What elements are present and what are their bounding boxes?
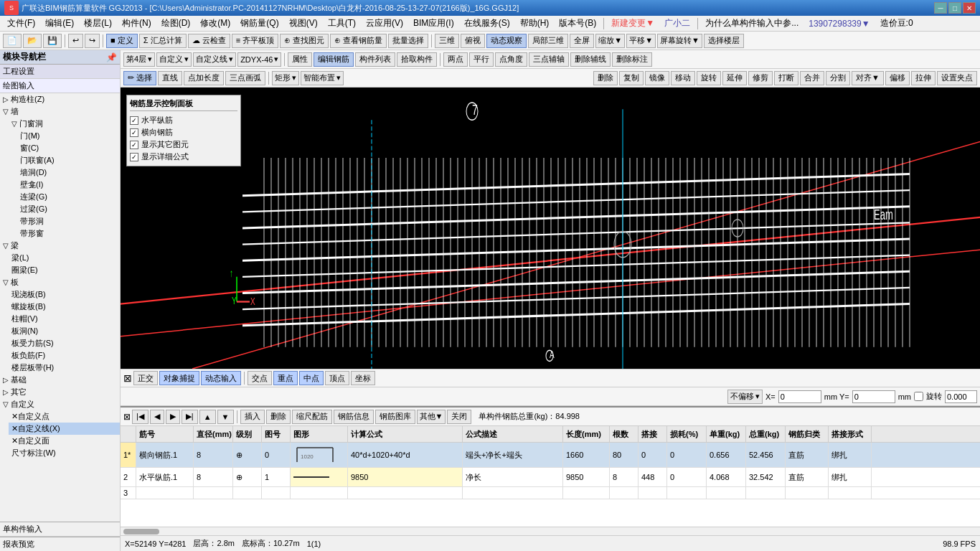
footer-single-component[interactable]: 单构件输入 [0, 522, 120, 537]
tree-menlianchuang[interactable]: 门联窗(A) [17, 154, 120, 166]
btn-rebar-lib[interactable]: 钢筋图库 [375, 410, 415, 424]
menu-tools[interactable]: 工具(T) [324, 16, 360, 31]
tree-jichu[interactable]: ▷基础 [0, 374, 120, 386]
rotate-checkbox[interactable] [914, 392, 923, 401]
rotate-input[interactable] [945, 390, 977, 403]
tree-zidingyi-xian[interactable]: ✕ 自定义线(X) [9, 423, 120, 435]
tree-qiangdong[interactable]: 墙洞(D) [17, 166, 120, 179]
tree-daix-dong[interactable]: 带形洞 [17, 215, 120, 227]
tree-menchuangdong[interactable]: ▽门窗洞 [9, 118, 120, 130]
float-item-other[interactable]: ✓ 显示其它图元 [130, 138, 237, 151]
btn-print[interactable]: 打断 [774, 71, 798, 85]
btn-insert-row[interactable]: 插入 [240, 410, 265, 424]
tree-zidingyi[interactable]: ▽自定义 [0, 398, 120, 410]
menu-help[interactable]: 帮助(H) [516, 16, 554, 31]
menu-edit[interactable]: 编辑(E) [41, 16, 78, 31]
y-input[interactable] [852, 390, 895, 403]
cb-hz[interactable]: ✓ [130, 116, 138, 125]
btn-mirror[interactable]: 镜像 [645, 71, 669, 85]
btn-offset[interactable]: 偏移 [885, 71, 910, 85]
menu-phone[interactable]: 13907298339▼ [804, 17, 874, 30]
menu-new-change[interactable]: 新建变更▼ [607, 16, 659, 31]
btn-merge[interactable]: 合并 [800, 71, 824, 85]
snap-vertex[interactable]: 顶点 [325, 371, 349, 385]
btn-close-table[interactable]: 关闭 [447, 410, 471, 424]
snap-intersection[interactable]: 交点 [248, 371, 272, 385]
tree-zhumao[interactable]: 柱帽(V) [9, 313, 120, 325]
btn-top-view[interactable]: 俯视 [461, 34, 485, 48]
btn-move[interactable]: 移动 [671, 71, 695, 85]
menu-online[interactable]: 在线服务(S) [460, 16, 514, 31]
btn-stretch[interactable]: 拉伸 [911, 71, 936, 85]
btn-set-anchor[interactable]: 设置夹点 [937, 71, 977, 85]
table-row[interactable]: 2 水平纵筋.1 8 ⊕ 1 9850 净长 9850 8 448 0 4.06… [121, 468, 980, 487]
btn-three-point-aux[interactable]: 三点辅轴 [529, 52, 569, 67]
btn-del-annotation[interactable]: 删除标注 [612, 52, 652, 67]
menu-rebar-qty[interactable]: 钢筋量(Q) [236, 16, 283, 31]
btn-batch-select[interactable]: 批量选择 [388, 34, 428, 48]
tree-zidingyi-mian[interactable]: ✕ 自定义面 [9, 435, 120, 447]
resize-handle[interactable]: ⊠ [123, 372, 132, 384]
btn-local-3d[interactable]: 局部三维 [528, 34, 568, 48]
snap-center[interactable]: 中点 [299, 371, 324, 385]
btn-pick-component[interactable]: 拾取构件 [397, 52, 437, 67]
menu-component[interactable]: 构件(N) [118, 16, 156, 31]
tree-liang[interactable]: ▽梁 [0, 240, 120, 252]
section-draw-input[interactable]: 绘图输入 [0, 79, 120, 93]
btn-view-rebar[interactable]: ⊕ 查看钢筋量 [330, 34, 387, 48]
tree-men[interactable]: 门(M) [17, 130, 120, 142]
tree-qita[interactable]: ▷其它 [0, 386, 120, 398]
float-item-formula[interactable]: ✓ 显示详细公式 [130, 151, 237, 163]
menu-gz2[interactable]: 广小二 [660, 16, 694, 31]
btn-smart-place[interactable]: 智能布置 ▾ [301, 71, 344, 85]
menu-file[interactable]: 文件(F) [3, 16, 39, 31]
offset-selector[interactable]: 不偏移 ▾ [727, 390, 763, 404]
snap-object[interactable]: 对象捕捉 [159, 371, 199, 385]
snap-dynamic[interactable]: 动态输入 [201, 371, 241, 385]
snap-midpoint[interactable]: 重点 [273, 371, 298, 385]
menu-version[interactable]: 版本号(B) [555, 16, 600, 31]
resize-handle2[interactable]: ⊠ [123, 412, 131, 422]
btn-pan[interactable]: 平移▼ [626, 34, 656, 48]
btn-line[interactable]: 直线 [158, 71, 182, 85]
tree-guoliang[interactable]: 过梁(G) [17, 203, 120, 215]
btn-rebar-info[interactable]: 钢筋信息 [334, 410, 374, 424]
nav-down[interactable]: ▼ [217, 410, 234, 424]
btn-two-point[interactable]: 两点 [443, 52, 468, 67]
btn-calc[interactable]: Σ 汇总计算 [139, 34, 187, 48]
tree-lianliang[interactable]: 连梁(G) [17, 191, 120, 203]
tree-ban[interactable]: ▽板 [0, 276, 120, 288]
btn-scale-rebar[interactable]: 缩尺配筋 [292, 410, 332, 424]
cb-other[interactable]: ✓ [130, 141, 138, 149]
btn-rect[interactable]: 矩形 ▾ [272, 71, 299, 85]
menu-cost[interactable]: 造价豆:0 [876, 16, 918, 31]
btn-select-floor[interactable]: 选择楼层 [704, 34, 744, 48]
cb-formula[interactable]: ✓ [130, 153, 138, 161]
close-button[interactable]: ✕ [963, 2, 976, 14]
btn-properties[interactable]: 属性 [288, 52, 312, 67]
nav-last[interactable]: ▶| [182, 410, 198, 424]
menu-view[interactable]: 视图(V) [285, 16, 322, 31]
btn-point-angle[interactable]: 点角度 [495, 52, 527, 67]
btn-fullscreen[interactable]: 全屏 [570, 34, 594, 48]
tree-qiang[interactable]: ▽墙 [0, 105, 120, 118]
table-row[interactable]: 1* 横向钢筋.1 8 ⊕ 0 1020 40*d+1020+40*d [121, 443, 980, 468]
btn-undo[interactable]: ↩ [68, 34, 83, 48]
x-input[interactable] [778, 390, 821, 403]
menu-cloud[interactable]: 云应用(V) [362, 16, 407, 31]
float-item-hx[interactable]: ✓ 横向钢筋 [130, 126, 237, 138]
btn-edit-rebar[interactable]: 编辑钢筋 [314, 52, 354, 67]
tree-banshoulijin[interactable]: 板受力筋(S) [9, 337, 120, 349]
tree-loudaib[interactable]: 楼层板带(H) [9, 362, 120, 374]
h-scrollbar[interactable] [121, 527, 980, 535]
minimize-button[interactable]: ─ [934, 2, 947, 14]
btn-3d[interactable]: 三维 [435, 34, 459, 48]
btn-find-elem[interactable]: ⊕ 查找图元 [280, 34, 329, 48]
btn-level-top[interactable]: ≡ 齐平板顶 [232, 34, 278, 48]
btn-save[interactable]: 💾 [43, 34, 62, 48]
btn-screen-rotate[interactable]: 屏幕旋转▼ [657, 34, 702, 48]
btn-3point-arc[interactable]: 三点画弧 [225, 71, 265, 85]
custom-line-selector[interactable]: 自定义线 ▾ [193, 52, 236, 67]
btn-delete[interactable]: 删除 [593, 71, 618, 85]
menu-bim[interactable]: BIM应用(I) [409, 16, 458, 31]
